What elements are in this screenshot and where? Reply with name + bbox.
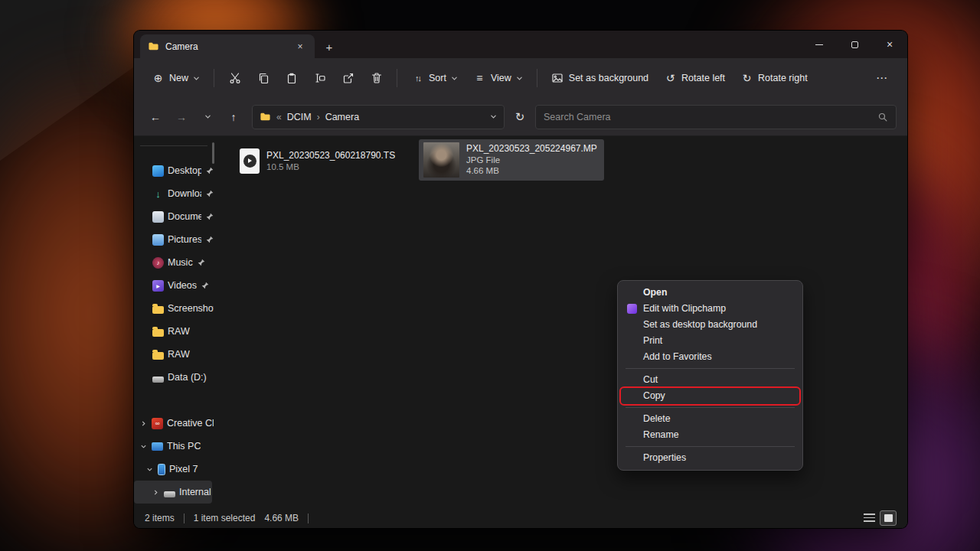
chevron-right-icon[interactable]: [151, 489, 160, 496]
breadcrumb-item-camera[interactable]: Camera: [325, 112, 359, 122]
sort-button[interactable]: ↑↓ Sort: [404, 67, 465, 90]
chevron-down-icon[interactable]: [145, 466, 154, 473]
pin-icon: [201, 282, 209, 289]
sidebar-divider: [140, 145, 207, 146]
file-list-area[interactable]: PXL_20230523_060218790.TS 10.5 MB PXL_20…: [215, 136, 907, 508]
tab-close-icon[interactable]: ×: [293, 40, 307, 54]
drive-icon: [164, 491, 175, 497]
sidebar-scrollbar[interactable]: [212, 142, 214, 164]
copy-icon: [256, 72, 270, 85]
titlebar[interactable]: Camera × + ×: [134, 31, 907, 58]
sidebar-item-screenshots[interactable]: Screenshots: [134, 297, 215, 320]
large-thumbnails-view-icon[interactable]: [880, 510, 897, 526]
address-dropdown-icon[interactable]: [490, 113, 497, 120]
cut-button[interactable]: [221, 67, 248, 90]
file-item-photo-selected[interactable]: PXL_20230523_205224967.MP JPG File 4.66 …: [419, 139, 604, 181]
maximize-button[interactable]: [837, 31, 872, 58]
sidebar-item-creative-cloud[interactable]: Creative Cloud Files: [134, 412, 215, 435]
chevron-right-icon[interactable]: [139, 420, 148, 427]
chevron-right-icon: ›: [317, 112, 320, 122]
new-icon: ⊕: [152, 72, 165, 85]
view-icon: ≡: [473, 72, 486, 85]
sidebar-item-videos[interactable]: Videos: [134, 274, 215, 297]
trash-icon: [370, 72, 383, 85]
sidebar-item-desktop[interactable]: Desktop: [134, 159, 215, 182]
context-menu-item-copy[interactable]: Copy: [621, 388, 799, 404]
sidebar-item-documents[interactable]: Documents: [134, 205, 215, 228]
rotate-left-button[interactable]: ↺ Rotate left: [657, 67, 732, 90]
context-menu-item-rename[interactable]: Rename: [621, 427, 799, 443]
search-box[interactable]: [535, 105, 897, 129]
downloads-icon: [152, 188, 164, 200]
paste-button[interactable]: [278, 67, 305, 90]
minimize-button[interactable]: [802, 31, 837, 58]
new-tab-button[interactable]: +: [319, 37, 339, 57]
share-button[interactable]: [335, 67, 361, 90]
context-menu-item-properties[interactable]: Properties: [621, 450, 799, 466]
chevron-down-icon[interactable]: [139, 443, 148, 450]
sidebar-item-this-pc[interactable]: This PC: [134, 435, 215, 458]
details-view-icon[interactable]: [864, 514, 875, 523]
breadcrumb[interactable]: « DCIM › Camera: [252, 105, 505, 129]
photo-thumbnail: [423, 142, 459, 178]
context-menu-item-cut[interactable]: Cut: [621, 372, 799, 388]
back-button[interactable]: ←: [145, 106, 166, 128]
forward-button[interactable]: →: [171, 106, 192, 128]
file-explorer-window: Camera × + × ⊕ New ↑↓ Sort ≡: [134, 31, 907, 528]
rename-button[interactable]: [306, 67, 333, 90]
toolbar-divider: [214, 69, 214, 87]
context-menu-item-add-to-favorites[interactable]: Add to Favorites: [621, 349, 799, 365]
sidebar-item-data-drive[interactable]: Data (D:): [134, 366, 215, 389]
sidebar-item-pixel-7[interactable]: Pixel 7: [134, 458, 215, 481]
status-bar: 2 items 1 item selected 4.66 MB: [134, 508, 907, 528]
recent-locations-button[interactable]: [197, 106, 218, 128]
view-button[interactable]: ≡ View: [466, 67, 530, 90]
status-divider: [184, 514, 185, 523]
context-menu-item-delete[interactable]: Delete: [621, 411, 799, 427]
refresh-button[interactable]: ↻: [509, 106, 531, 128]
sidebar-item-raw-1[interactable]: RAW: [134, 320, 215, 343]
file-size: 10.5 MB: [266, 162, 395, 171]
pin-icon: [198, 259, 205, 266]
pin-icon: [206, 190, 214, 197]
context-menu-item-set-as-desktop-background[interactable]: Set as desktop background: [621, 317, 799, 333]
sidebar-item-raw-2[interactable]: RAW: [134, 343, 215, 366]
sidebar-item-internal-storage[interactable]: Internal shared storage: [134, 481, 212, 504]
up-button[interactable]: ↑: [223, 106, 244, 128]
delete-button[interactable]: [363, 67, 390, 90]
video-file-icon: [240, 148, 260, 174]
context-menu: Open Edit with Clipchamp Set as desktop …: [617, 280, 803, 471]
tab-camera[interactable]: Camera ×: [140, 34, 315, 58]
new-button[interactable]: ⊕ New: [145, 67, 207, 90]
folder-icon: [152, 306, 164, 314]
address-bar-row: ← → ↑ « DCIM › Camera ↻: [134, 98, 907, 136]
file-name: PXL_20230523_205224967.MP: [466, 143, 597, 154]
file-name: PXL_20230523_060218790.TS: [266, 150, 395, 161]
sidebar-item-pictures[interactable]: Pictures: [134, 228, 215, 251]
search-input[interactable]: [544, 112, 871, 122]
context-menu-item-print[interactable]: Print: [621, 333, 799, 349]
set-as-background-button[interactable]: Set as background: [544, 67, 655, 90]
sort-icon: ↑↓: [411, 72, 424, 85]
rotate-right-icon: ↻: [740, 72, 753, 85]
chevron-down-icon: [451, 75, 458, 82]
sidebar-item-downloads[interactable]: Downloads: [134, 182, 215, 205]
selection-count: 1 item selected: [194, 513, 256, 523]
rotate-right-button[interactable]: ↻ Rotate right: [733, 67, 815, 90]
context-menu-item-edit-with-clipchamp[interactable]: Edit with Clipchamp: [621, 301, 799, 317]
item-count: 2 items: [145, 513, 175, 523]
cut-icon: [228, 72, 241, 85]
copy-button[interactable]: [250, 67, 276, 90]
close-button[interactable]: ×: [872, 31, 907, 58]
share-icon: [341, 72, 354, 85]
breadcrumb-overflow-icon[interactable]: «: [276, 112, 282, 122]
see-more-button[interactable]: ⋯: [867, 67, 897, 90]
tab-title: Camera: [165, 41, 287, 52]
sidebar-item-music[interactable]: Music: [134, 251, 215, 274]
breadcrumb-item-dcim[interactable]: DCIM: [287, 112, 312, 122]
chevron-down-icon: [193, 75, 200, 82]
search-icon: [877, 112, 888, 122]
context-menu-item-open[interactable]: Open: [621, 285, 799, 301]
pin-icon: [206, 167, 214, 174]
file-item-video[interactable]: PXL_20230523_060218790.TS 10.5 MB: [235, 141, 410, 181]
